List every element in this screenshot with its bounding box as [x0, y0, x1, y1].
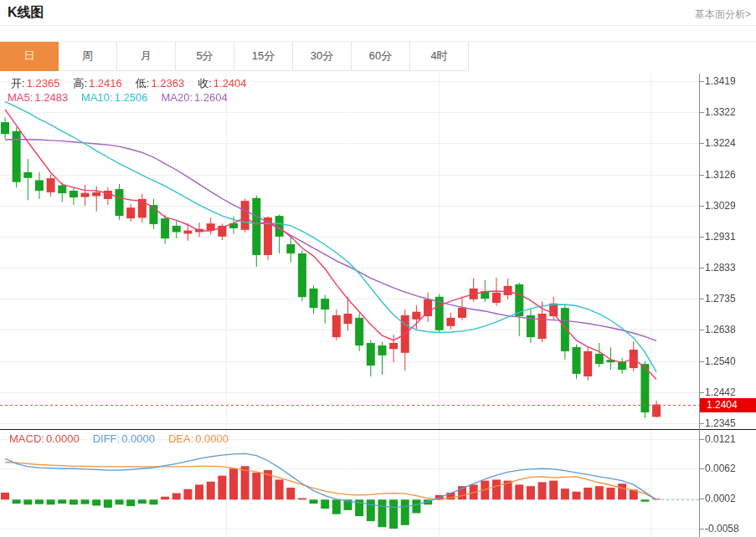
tab-m5[interactable]: 5分 [176, 42, 234, 71]
kline-macd-chart-canvas[interactable] [0, 74, 756, 537]
tab-week[interactable]: 周 [59, 42, 117, 71]
tab-month[interactable]: 月 [117, 42, 176, 71]
interval-tab-bar: 日周月5分15分30分60分4时 [0, 41, 756, 71]
page-title: K线图 [8, 4, 44, 22]
tab-m15[interactable]: 15分 [234, 42, 293, 71]
header-bar: K线图 基本面分析> [0, 0, 756, 26]
fundamental-analysis-link[interactable]: 基本面分析> [695, 8, 751, 22]
tab-m30[interactable]: 30分 [293, 42, 352, 71]
chart-area: 开:1.2365高:1.2416低:1.2363收:1.2404 MA5:1.2… [0, 74, 756, 537]
tab-m60[interactable]: 60分 [352, 42, 410, 71]
tab-h4[interactable]: 4时 [410, 42, 469, 71]
tab-day[interactable]: 日 [0, 42, 59, 71]
